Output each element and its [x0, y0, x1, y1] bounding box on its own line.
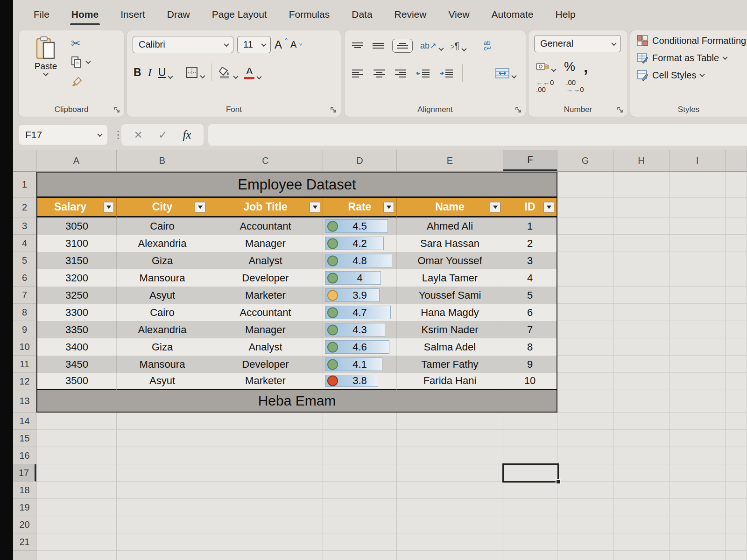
column-header-C[interactable]: C [208, 150, 323, 171]
empty-cell[interactable] [613, 413, 669, 430]
cell-E3[interactable]: Ahmed Ali [397, 217, 503, 235]
empty-cell[interactable] [397, 413, 503, 430]
empty-cell[interactable] [726, 287, 747, 304]
cell-E5[interactable]: Omar Youssef [397, 252, 503, 269]
empty-cell[interactable] [726, 235, 747, 252]
cell-B6[interactable]: Mansoura [117, 269, 208, 287]
number-format-combo[interactable]: General [534, 35, 621, 52]
empty-cell[interactable] [613, 198, 669, 217]
empty-cell[interactable] [36, 533, 117, 551]
empty-cell[interactable] [726, 551, 747, 560]
cell-C4[interactable]: Manager [208, 235, 323, 252]
empty-cell[interactable] [726, 269, 747, 287]
name-box[interactable]: F17 [19, 125, 107, 145]
row-header-[interactable] [13, 551, 36, 560]
cell-D10[interactable]: 4.6 [323, 338, 397, 356]
grow-font-button[interactable]: A^ [275, 38, 287, 51]
row-header-21[interactable]: 21 [13, 533, 36, 551]
empty-cell[interactable] [726, 482, 747, 499]
comma-style-button[interactable]: , [584, 62, 588, 71]
empty-cell[interactable] [557, 321, 613, 338]
empty-cell[interactable] [323, 464, 397, 482]
empty-cell[interactable] [503, 551, 557, 560]
align-right-button[interactable] [394, 69, 407, 78]
empty-cell[interactable] [36, 551, 117, 560]
cell-E12[interactable]: Farida Hani [397, 373, 503, 390]
font-color-dropdown-icon[interactable] [257, 74, 262, 79]
format-painter-button[interactable] [71, 74, 83, 87]
header-cell-salary[interactable]: Salary [36, 198, 117, 217]
row-header-19[interactable]: 19 [13, 499, 36, 516]
cell-A6[interactable]: 3200 [36, 269, 117, 287]
empty-cell[interactable] [669, 338, 726, 356]
borders-dropdown-icon[interactable] [200, 73, 205, 78]
conditional-formatting-button[interactable]: Conditional Formatting [637, 35, 746, 46]
cell-E4[interactable]: Sara Hassan [397, 235, 503, 252]
empty-cell[interactable] [503, 499, 557, 516]
cell-D12[interactable]: 3.8 [323, 373, 397, 390]
empty-cell[interactable] [557, 252, 613, 269]
cell-A10[interactable]: 3400 [36, 338, 117, 356]
wrap-text-button[interactable]: abc↵ [484, 40, 492, 51]
enter-icon[interactable]: ✓ [158, 129, 167, 141]
empty-cell[interactable] [36, 499, 117, 516]
empty-cell[interactable] [557, 516, 613, 533]
empty-cell[interactable] [613, 304, 669, 321]
middle-align-button[interactable] [372, 42, 385, 50]
table-footer-cell[interactable]: Heba Emam [36, 390, 557, 413]
cell-A7[interactable]: 3250 [36, 287, 117, 304]
cell-C5[interactable]: Analyst [208, 252, 323, 269]
cell-C11[interactable]: Developer [208, 356, 323, 373]
empty-cell[interactable] [117, 482, 208, 499]
name-box-dropdown-icon[interactable] [97, 132, 102, 137]
empty-cell[interactable] [397, 482, 503, 499]
shrink-font-button[interactable]: A^ [290, 39, 301, 50]
empty-cell[interactable] [397, 533, 503, 551]
row-header-1[interactable]: 1 [13, 172, 36, 198]
empty-cell[interactable] [726, 338, 747, 356]
empty-cell[interactable] [613, 356, 669, 373]
row-header-8[interactable]: 8 [13, 304, 36, 321]
empty-cell[interactable] [208, 482, 323, 499]
cell-E7[interactable]: Youssef Sami [397, 287, 503, 304]
cell-C6[interactable]: Developer [208, 269, 323, 287]
menu-tab-data[interactable]: Data [352, 9, 372, 20]
menu-tab-home[interactable]: Home [71, 9, 99, 20]
header-cell-rate[interactable]: Rate [323, 198, 397, 217]
row-header-3[interactable]: 3 [13, 217, 36, 235]
percent-style-button[interactable]: % [564, 60, 575, 74]
cell-C12[interactable]: Marketer [208, 373, 323, 390]
row-header-2[interactable]: 2 [13, 198, 36, 217]
column-header-B[interactable]: B [117, 150, 208, 171]
empty-cell[interactable] [557, 304, 613, 321]
borders-button[interactable] [186, 66, 204, 78]
empty-cell[interactable] [726, 430, 747, 447]
empty-cell[interactable] [613, 430, 669, 447]
empty-cell[interactable] [613, 235, 669, 252]
font-color-button[interactable]: A [244, 65, 261, 79]
empty-cell[interactable] [726, 356, 747, 373]
empty-cell[interactable] [613, 482, 669, 499]
menu-tab-formulas[interactable]: Formulas [289, 9, 330, 20]
empty-cell[interactable] [557, 499, 613, 516]
empty-cell[interactable] [557, 356, 613, 373]
cell-F4[interactable]: 2 [503, 235, 557, 252]
empty-cell[interactable] [557, 287, 613, 304]
empty-cell[interactable] [613, 447, 669, 464]
empty-cell[interactable] [36, 464, 117, 482]
empty-cell[interactable] [669, 373, 726, 390]
empty-cell[interactable] [208, 516, 323, 533]
filter-dropdown-job-title[interactable] [310, 202, 320, 212]
row-header-7[interactable]: 7 [13, 287, 36, 304]
empty-cell[interactable] [726, 373, 747, 390]
cell-E11[interactable]: Tamer Fathy [397, 356, 503, 373]
empty-cell[interactable] [613, 516, 669, 533]
cancel-icon[interactable]: ✕ [134, 129, 143, 141]
empty-cell[interactable] [557, 172, 613, 198]
empty-cell[interactable] [726, 413, 747, 430]
empty-cell[interactable] [323, 413, 397, 430]
cell-A9[interactable]: 3350 [36, 321, 117, 338]
empty-cell[interactable] [503, 533, 557, 551]
empty-cell[interactable] [557, 551, 613, 560]
cell-B4[interactable]: Alexandria [117, 235, 208, 252]
